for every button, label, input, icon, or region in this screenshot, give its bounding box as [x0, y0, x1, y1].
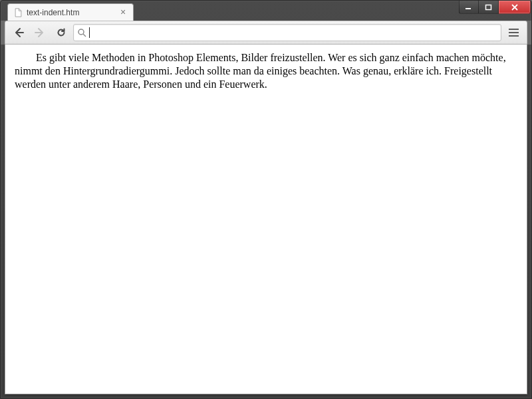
reload-button[interactable]	[52, 24, 70, 41]
text-cursor	[89, 27, 90, 38]
forward-button[interactable]	[31, 24, 49, 41]
search-icon	[78, 29, 86, 37]
arrow-left-icon	[13, 27, 24, 38]
file-icon	[13, 8, 23, 17]
hamburger-icon	[509, 29, 519, 37]
back-button[interactable]	[9, 24, 28, 41]
page-viewport: Es gibt viele Methoden in Photoshop Elem…	[5, 45, 527, 394]
browser-toolbar	[5, 21, 527, 45]
tab-strip: text-indent.htm ×	[1, 2, 531, 21]
svg-line-3	[83, 34, 86, 37]
tab-close-button[interactable]: ×	[118, 8, 128, 17]
tab-title: text-indent.htm	[27, 8, 114, 17]
browser-window: text-indent.htm ×	[0, 0, 532, 399]
address-bar[interactable]	[73, 24, 501, 41]
page-body: Es gibt viele Methoden in Photoshop Elem…	[5, 45, 527, 98]
browser-tab[interactable]: text-indent.htm ×	[7, 3, 134, 21]
svg-point-2	[78, 29, 84, 35]
reload-icon	[56, 27, 66, 38]
paragraph-text: Es gibt viele Methoden in Photoshop Elem…	[15, 51, 517, 91]
menu-button[interactable]	[504, 24, 523, 41]
address-input[interactable]	[92, 25, 497, 41]
svg-rect-5	[509, 32, 519, 33]
svg-rect-6	[509, 35, 519, 37]
arrow-right-icon	[35, 27, 45, 38]
svg-rect-4	[509, 29, 519, 30]
